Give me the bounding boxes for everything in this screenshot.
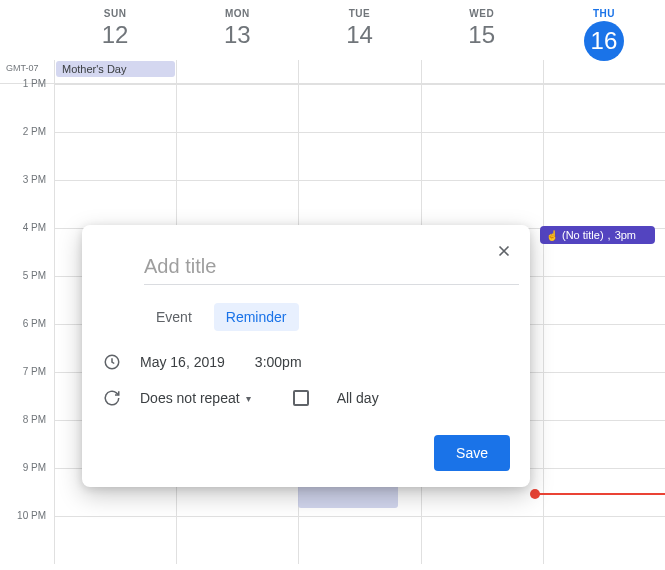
- time-cell[interactable]: [543, 180, 665, 228]
- time-cell[interactable]: [176, 84, 298, 132]
- allday-cell[interactable]: [543, 60, 665, 83]
- hour-label: 6 PM: [0, 318, 54, 366]
- time-cell[interactable]: [54, 132, 176, 180]
- event-time: 3pm: [615, 229, 636, 241]
- time-cell[interactable]: [421, 84, 543, 132]
- day-header[interactable]: TUE 14: [298, 0, 420, 60]
- time-cell[interactable]: [421, 516, 543, 564]
- hour-label: 4 PM: [0, 222, 54, 270]
- day-header[interactable]: SUN 12: [54, 0, 176, 60]
- time-cell[interactable]: [298, 132, 420, 180]
- day-label: TUE: [298, 8, 420, 19]
- hour-label: 8 PM: [0, 414, 54, 462]
- date-text[interactable]: May 16, 2019: [140, 354, 225, 370]
- time-cell[interactable]: [543, 84, 665, 132]
- close-button[interactable]: [490, 237, 518, 265]
- create-event-modal: Event Reminder May 16, 2019 3:00pm Does …: [82, 225, 530, 487]
- time-cell[interactable]: [543, 132, 665, 180]
- repeat-dropdown[interactable]: Does not repeat ▾: [140, 390, 251, 406]
- time-cell[interactable]: [176, 180, 298, 228]
- title-input[interactable]: [144, 249, 519, 285]
- time-cell[interactable]: [421, 180, 543, 228]
- day-header[interactable]: MON 13: [176, 0, 298, 60]
- allday-label: All day: [337, 390, 379, 406]
- day-header-row: SUN 12 MON 13 TUE 14 WED 15 THU 16: [0, 0, 665, 60]
- day-label: MON: [176, 8, 298, 19]
- time-cell[interactable]: [298, 516, 420, 564]
- time-cell[interactable]: [543, 372, 665, 420]
- day-number: 12: [54, 21, 176, 49]
- time-cell[interactable]: [54, 84, 176, 132]
- chevron-down-icon: ▾: [246, 393, 251, 404]
- day-header[interactable]: WED 15: [421, 0, 543, 60]
- now-indicator: [535, 493, 665, 495]
- allday-cell[interactable]: [421, 60, 543, 83]
- hour-label: 7 PM: [0, 366, 54, 414]
- repeat-label: Does not repeat: [140, 390, 240, 406]
- tab-event[interactable]: Event: [144, 303, 204, 331]
- time-cell[interactable]: [543, 324, 665, 372]
- day-label: WED: [421, 8, 543, 19]
- time-cell[interactable]: [543, 516, 665, 564]
- hour-label: 2 PM: [0, 126, 54, 174]
- hour-label: 3 PM: [0, 174, 54, 222]
- day-number: 15: [421, 21, 543, 49]
- reminder-icon: ☝: [546, 230, 558, 241]
- timezone-label: GMT-07: [6, 63, 39, 73]
- day-number: 13: [176, 21, 298, 49]
- now-dot: [530, 489, 540, 499]
- allday-cell[interactable]: [298, 60, 420, 83]
- allday-row: GMT-07 Mother's Day: [0, 60, 665, 84]
- time-cell[interactable]: [543, 468, 665, 516]
- time-cell[interactable]: [298, 180, 420, 228]
- day-label: THU: [543, 8, 665, 19]
- type-tabs: Event Reminder: [144, 303, 510, 331]
- time-cell[interactable]: [54, 516, 176, 564]
- repeat-row: Does not repeat ▾ All day: [102, 389, 510, 407]
- repeat-icon: [102, 389, 122, 407]
- time-cell[interactable]: [298, 84, 420, 132]
- clock-icon: [102, 353, 122, 371]
- tab-reminder[interactable]: Reminder: [214, 303, 299, 331]
- hour-label: 10 PM: [0, 510, 54, 558]
- modal-actions: Save: [102, 435, 510, 471]
- time-text[interactable]: 3:00pm: [255, 354, 302, 370]
- allday-event[interactable]: Mother's Day: [56, 61, 175, 77]
- close-icon: [495, 242, 513, 260]
- hour-label: 9 PM: [0, 462, 54, 510]
- time-cell[interactable]: [176, 516, 298, 564]
- day-label: SUN: [54, 8, 176, 19]
- time-cell[interactable]: [543, 276, 665, 324]
- allday-cell[interactable]: Mother's Day: [54, 60, 176, 83]
- day-number: 14: [298, 21, 420, 49]
- event-chip[interactable]: ☝ (No title), 3pm: [540, 226, 655, 244]
- day-header[interactable]: THU 16: [543, 0, 665, 60]
- time-cell[interactable]: [176, 132, 298, 180]
- allday-cell[interactable]: [176, 60, 298, 83]
- allday-checkbox[interactable]: [293, 390, 309, 406]
- save-button[interactable]: Save: [434, 435, 510, 471]
- slot-block[interactable]: [298, 484, 398, 508]
- time-cell[interactable]: [54, 180, 176, 228]
- hour-label: 5 PM: [0, 270, 54, 318]
- datetime-row: May 16, 2019 3:00pm: [102, 353, 510, 371]
- hour-label: 1 PM: [0, 78, 54, 126]
- time-cell[interactable]: [543, 420, 665, 468]
- event-title: (No title): [562, 229, 604, 241]
- time-cell[interactable]: [421, 132, 543, 180]
- day-number: 16: [584, 21, 624, 61]
